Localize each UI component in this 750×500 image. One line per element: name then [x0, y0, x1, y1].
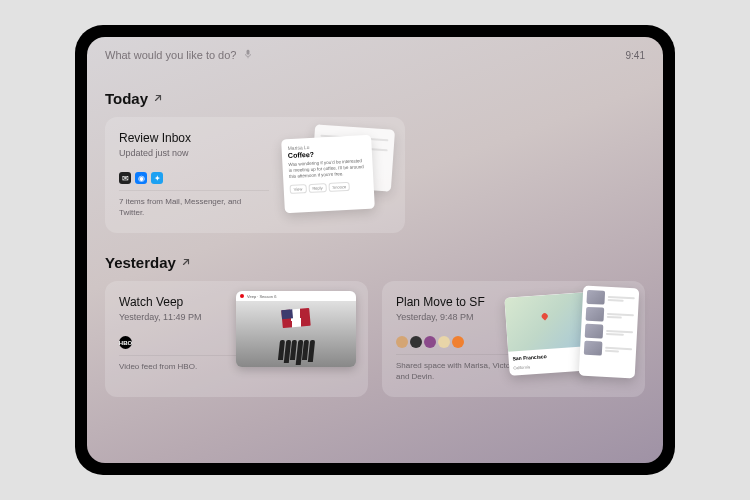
preview-body: Was wondering if you'd be interested in …: [288, 158, 367, 180]
section-header-yesterday[interactable]: Yesterday: [105, 253, 645, 271]
inbox-preview-thumb: Marisa Lu Coffee? Was wondering if you'd…: [283, 127, 393, 217]
section-title-label: Yesterday: [105, 254, 176, 271]
avatar: [410, 336, 422, 348]
card-watch-veep[interactable]: Watch Veep Yesterday, 11:49 PM HBO Video…: [105, 281, 368, 397]
card-footer: 7 items from Mail, Messenger, and Twitte…: [119, 190, 269, 219]
section-header-today[interactable]: Today: [105, 89, 645, 107]
map-pin-icon: [541, 312, 549, 320]
card-review-inbox[interactable]: Review Inbox Updated just now ✉ ◉ ✦ 7 it…: [105, 117, 405, 233]
video-still: [236, 301, 356, 367]
topbar: What would you like to do? 9:41: [87, 37, 663, 73]
content-area: Today Review Inbox Updated just now ✉ ◉ …: [87, 89, 663, 463]
card-footer: Shared space with Marisa, Victoria, and …: [396, 354, 525, 383]
preview-card-front: Marisa Lu Coffee? Was wondering if you'd…: [281, 135, 375, 214]
sf-preview-thumb: San Francisco California: [507, 287, 637, 387]
section-yesterday: Yesterday Watch Veep Yesterday, 11:49 PM…: [105, 253, 645, 397]
expand-arrow-icon: [153, 89, 163, 107]
search-placeholder: What would you like to do?: [105, 49, 236, 61]
avatar: [424, 336, 436, 348]
record-dot-icon: [240, 294, 244, 298]
map-area: [504, 292, 590, 352]
avatar: [396, 336, 408, 348]
section-title-label: Today: [105, 90, 148, 107]
status-clock: 9:41: [626, 50, 645, 61]
preview-action: Snooze: [328, 181, 350, 191]
video-title-bar: Veep · Season 6: [236, 291, 356, 301]
video-preview-thumb: Veep · Season 6: [236, 291, 356, 367]
preview-action: View: [289, 184, 306, 194]
flag-icon: [281, 308, 310, 328]
section-today: Today Review Inbox Updated just now ✉ ◉ …: [105, 89, 645, 233]
twitter-icon: ✦: [151, 172, 163, 184]
messenger-icon: ◉: [135, 172, 147, 184]
mail-icon: ✉: [119, 172, 131, 184]
listing-preview-card: [579, 286, 640, 379]
card-footer: Video feed from HBO.: [119, 355, 248, 373]
home-screen: What would you like to do? 9:41 Today Re…: [87, 37, 663, 463]
mic-icon[interactable]: [244, 49, 252, 61]
tablet-frame: What would you like to do? 9:41 Today Re…: [75, 25, 675, 475]
avatar: [438, 336, 450, 348]
expand-arrow-icon: [181, 253, 191, 271]
hbo-icon: HBO: [119, 336, 132, 349]
svg-rect-0: [247, 50, 250, 55]
preview-action: Reply: [308, 183, 327, 193]
avatar: [452, 336, 464, 348]
card-plan-move-sf[interactable]: Plan Move to SF Yesterday, 9:48 PM Share…: [382, 281, 645, 397]
video-title: Veep · Season 6: [247, 294, 276, 299]
search-prompt[interactable]: What would you like to do?: [105, 49, 626, 61]
